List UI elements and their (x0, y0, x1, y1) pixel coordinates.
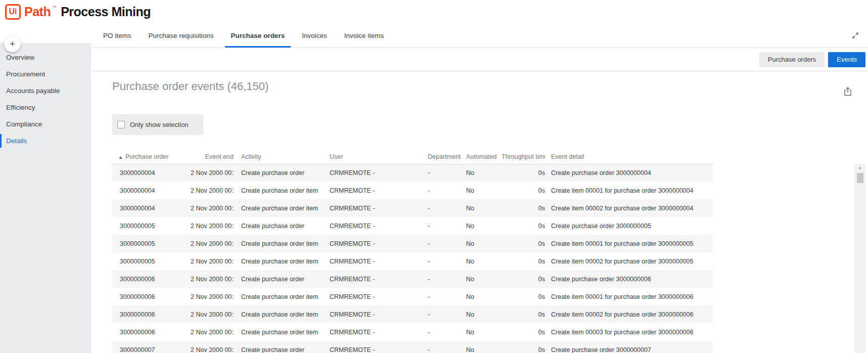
table-row[interactable]: 30000000042 Nov 2000 00:00Create purchas… (112, 182, 713, 199)
toggle-purchase-orders-button[interactable]: Purchase orders (759, 52, 825, 67)
cell-department: - (428, 164, 466, 182)
cell-automated: No (466, 341, 501, 353)
cell-event-end: 2 Nov 2000 00:00 (191, 270, 234, 288)
toggle-events-button[interactable]: Events (828, 52, 865, 67)
cell-event-end: 2 Nov 2000 00:00 (191, 341, 234, 353)
sidebar-item-label: Overview (0, 54, 34, 61)
column-header-department[interactable]: Department (428, 150, 466, 164)
cell-activity: Create purchase order (234, 270, 330, 288)
tab-label: Purchase requisitions (148, 32, 215, 39)
cell-throughput-time: 0s (501, 270, 545, 288)
cell-department: - (428, 217, 466, 235)
panel-content: Purchase order events (46,150) Only show… (91, 71, 868, 353)
cell-throughput-time: 0s (501, 252, 545, 270)
tab-strip: PO itemsPurchase requisitionsPurchase or… (91, 23, 868, 48)
column-header-event-end[interactable]: Event end (191, 150, 234, 164)
table-row[interactable]: 30000000052 Nov 2000 00:00Create purchas… (112, 252, 713, 270)
cell-event-detail: Create item 00001 for purchase order 300… (545, 235, 713, 252)
cell-activity: Create purchase order item (234, 182, 330, 199)
top-bar: Ui Path ™ Process Mining (0, 0, 868, 23)
cell-purchase-order: 3000000006 (112, 305, 191, 323)
table-row[interactable]: 30000000052 Nov 2000 00:00Create purchas… (112, 217, 713, 235)
trademark-symbol: ™ (52, 5, 56, 10)
column-header-purchase-order[interactable]: ▲Purchase order (112, 150, 191, 164)
cell-department: - (428, 270, 466, 288)
column-header-activity[interactable]: Activity (234, 150, 330, 164)
tab-purchase-orders[interactable]: Purchase orders (230, 23, 286, 48)
cell-user: CRMREMOTE - (330, 235, 428, 252)
cell-user: CRMREMOTE - (330, 305, 428, 323)
active-tab-underline (143, 46, 220, 48)
cell-purchase-order: 3000000004 (112, 199, 191, 217)
add-dashboard-button[interactable]: + (4, 35, 21, 52)
active-indicator (0, 84, 2, 98)
tab-po-items[interactable]: PO items (102, 23, 132, 48)
cell-throughput-time: 0s (501, 182, 545, 199)
sidebar-item-label: Procurement (0, 70, 45, 78)
tab-purchase-requisitions[interactable]: Purchase requisitions (148, 23, 215, 48)
tab-invoice-items[interactable]: Invoice items (343, 23, 385, 48)
sidebar-nav: OverviewProcurementAccounts payableEffic… (0, 43, 91, 353)
cell-event-detail: Create item 00001 for purchase order 300… (545, 182, 713, 199)
table-row[interactable]: 30000000062 Nov 2000 00:00Create purchas… (112, 288, 713, 305)
cell-automated: No (466, 288, 501, 305)
column-header-user[interactable]: User (330, 150, 428, 164)
sidebar-item-label: Accounts payable (0, 87, 60, 95)
table-row[interactable]: 30000000062 Nov 2000 00:00Create purchas… (112, 305, 713, 323)
active-tab-underline (97, 46, 138, 48)
sidebar-item-procurement[interactable]: Procurement (0, 66, 91, 82)
cell-activity: Create purchase order item (234, 199, 330, 217)
cell-activity: Create purchase order item (234, 305, 330, 323)
cell-activity: Create purchase order (234, 164, 330, 182)
cell-automated: No (466, 235, 501, 252)
vertical-scrollbar[interactable]: ▲ (854, 164, 865, 353)
cell-user: CRMREMOTE - (330, 199, 428, 217)
cell-automated: No (466, 164, 501, 182)
cell-automated: No (466, 305, 501, 323)
cell-event-end: 2 Nov 2000 00:00 (191, 164, 234, 182)
table-row[interactable]: 30000000062 Nov 2000 00:00Create purchas… (112, 323, 713, 341)
table-row[interactable]: 30000000062 Nov 2000 00:00Create purchas… (112, 270, 713, 288)
sidebar-item-details[interactable]: Details (0, 133, 91, 149)
table-header-row: ▲Purchase orderEvent endActivityUserDepa… (112, 150, 713, 164)
cell-throughput-time: 0s (501, 164, 545, 182)
sidebar-item-compliance[interactable]: Compliance (0, 116, 91, 133)
cell-purchase-order: 3000000005 (112, 217, 191, 235)
sidebar-item-efficiency[interactable]: Efficiency (0, 99, 91, 116)
cell-user: CRMREMOTE - (330, 341, 428, 353)
export-icon[interactable] (843, 86, 853, 97)
cell-event-detail: Create item 00002 for purchase order 300… (545, 252, 713, 270)
cell-department: - (428, 199, 466, 217)
table-row[interactable]: 30000000052 Nov 2000 00:00Create purchas… (112, 235, 713, 252)
scrollbar-up-icon[interactable]: ▲ (854, 164, 865, 172)
sidebar-item-accounts-payable[interactable]: Accounts payable (0, 82, 91, 99)
cell-throughput-time: 0s (501, 341, 545, 353)
cell-department: - (428, 182, 466, 199)
tab-invoices[interactable]: Invoices (301, 23, 328, 48)
column-header-throughput-time[interactable]: Throughput time (501, 150, 545, 164)
table-row[interactable]: 30000000042 Nov 2000 00:00Create purchas… (112, 164, 713, 182)
tab-label: Invoices (301, 32, 328, 39)
cell-automated: No (466, 217, 501, 235)
sort-asc-icon: ▲ (118, 155, 123, 160)
scrollbar-thumb[interactable] (857, 173, 863, 183)
tab-label: PO items (102, 32, 132, 39)
table-row[interactable]: 30000000042 Nov 2000 00:00Create purchas… (112, 199, 713, 217)
cell-event-end: 2 Nov 2000 00:00 (191, 288, 234, 305)
cell-event-end: 2 Nov 2000 00:00 (191, 252, 234, 270)
table-row[interactable]: 30000000072 Nov 2000 00:00Create purchas… (112, 341, 713, 353)
cell-event-end: 2 Nov 2000 00:00 (191, 305, 234, 323)
cell-automated: No (466, 252, 501, 270)
view-toggle: Purchase ordersEvents (91, 48, 868, 71)
cell-user: CRMREMOTE - (330, 164, 428, 182)
column-header-event-detail[interactable]: Event detail (545, 150, 713, 164)
cell-event-detail: Create purchase order 3000000004 (545, 164, 713, 182)
expand-icon[interactable] (851, 31, 860, 40)
column-header-automated[interactable]: Automated (466, 150, 501, 164)
main-area: PO itemsPurchase requisitionsPurchase or… (91, 23, 868, 353)
checkbox-icon[interactable] (117, 121, 125, 128)
cell-activity: Create purchase order item (234, 235, 330, 252)
filter-label: Only show selection (130, 121, 189, 128)
only-show-selection-toggle[interactable]: Only show selection (112, 114, 203, 135)
cell-purchase-order: 3000000006 (112, 288, 191, 305)
